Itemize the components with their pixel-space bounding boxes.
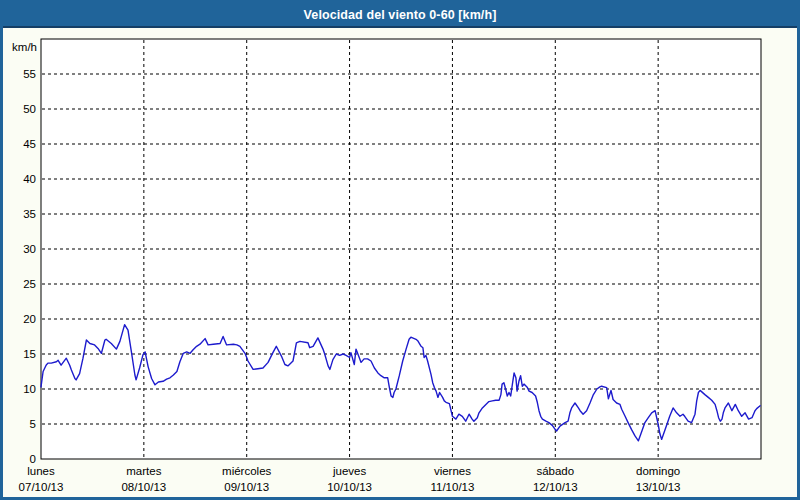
y-tick-label: 35	[23, 208, 36, 220]
wind-speed-chart: 0510152025303540455055km/hlunes07/10/13m…	[3, 3, 797, 497]
wind-chart-window: Velocidad del viento 0-60 [km/h] 0510152…	[0, 0, 800, 500]
y-tick-label: 45	[23, 138, 36, 150]
y-tick-label: 40	[23, 173, 36, 185]
x-day-label: jueves	[332, 465, 366, 477]
plot-area	[41, 39, 761, 459]
x-day-label: sábado	[536, 465, 574, 477]
chart-title-bar: Velocidad del viento 0-60 [km/h]	[3, 3, 797, 28]
y-tick-label: 30	[23, 243, 36, 255]
x-date-label: 07/10/13	[19, 481, 64, 493]
x-day-label: viernes	[434, 465, 471, 477]
x-day-label: lunes	[27, 465, 55, 477]
x-date-label: 13/10/13	[636, 481, 681, 493]
y-tick-label: 25	[23, 278, 36, 290]
y-axis-unit-label: km/h	[12, 41, 37, 53]
chart-title: Velocidad del viento 0-60 [km/h]	[304, 8, 497, 22]
x-date-label: 10/10/13	[327, 481, 372, 493]
y-tick-label: 5	[30, 418, 36, 430]
x-date-label: 09/10/13	[224, 481, 269, 493]
x-day-label: domingo	[636, 465, 680, 477]
y-tick-label: 20	[23, 313, 36, 325]
y-tick-label: 55	[23, 68, 36, 80]
x-date-label: 08/10/13	[121, 481, 166, 493]
x-day-label: martes	[126, 465, 161, 477]
y-tick-label: 15	[23, 348, 36, 360]
y-tick-label: 10	[23, 383, 36, 395]
y-tick-label: 50	[23, 103, 36, 115]
x-day-label: miércoles	[222, 465, 271, 477]
x-date-label: 11/10/13	[430, 481, 474, 493]
x-date-label: 12/10/13	[533, 481, 578, 493]
y-tick-label: 0	[30, 453, 36, 465]
